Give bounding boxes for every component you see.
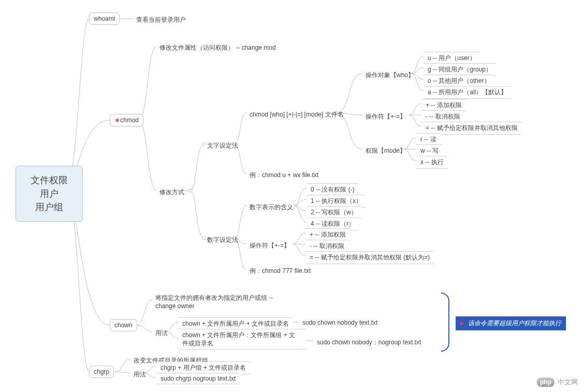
chown-usage2-right: sudo chown nobody：nogroup text.txt (314, 337, 424, 348)
chown-desc: 将指定文件的拥有者改为指定的用户或组 -- change owner (152, 293, 293, 311)
watermark-icon: php (537, 378, 554, 387)
text-syntax: chmod [who] [+|-|=] [mode] 文件名 (246, 109, 347, 120)
whoami-node: whoami (89, 12, 120, 25)
num-example: 例：chmod 777 file.txt (246, 266, 314, 277)
whoami-label: whoami (94, 15, 115, 22)
text-method-label: 文字设定法 (204, 140, 241, 151)
whoami-desc: 查看当前登录用户 (133, 14, 189, 25)
root-title-line1: 文件权限 (24, 173, 74, 187)
chmod-desc: 修改文件属性（访问权限） -- change mod (156, 42, 279, 53)
who-label: 操作对象【who】 (362, 70, 417, 81)
chown-usage2-left: chown + 文件所属用户：文件所属组 + 文件或目录名 (178, 329, 305, 350)
op-text-label: 操作符【+-=】 (362, 111, 409, 122)
text-example: 例：chmod u + wx file.txt (246, 170, 322, 181)
chgrp-usage-label: 用法 (130, 369, 149, 380)
chmod-node: ★chmod (110, 114, 143, 126)
mode-label: 权限【mode】 (362, 146, 409, 156)
num-op-eq: = -- 赋予给定权限并取消其他权限 (默认为=) (305, 251, 434, 264)
mindmap-stage: { "root": { "title_l1": "文件权限", "title_l… (0, 0, 584, 392)
chmod-label: chmod (120, 117, 139, 124)
chgrp-label: chgrp (94, 368, 109, 375)
svg-point-4 (189, 189, 192, 192)
root-node: 文件权限 用户 用户组 (16, 166, 83, 222)
chown-note-callout: 该命令需要超级用户权限才能执行 (456, 316, 566, 330)
chown-node: chown (110, 319, 137, 331)
num-method-label: 数字设定法 (204, 235, 241, 245)
num-digits-label: 数字表示的含义 (246, 202, 296, 213)
chgrp-node: chgrp (89, 366, 114, 378)
chown-usage-label: 用法 (152, 328, 171, 339)
chown-note-text: 该命令需要超级用户权限才能执行 (468, 320, 561, 327)
mode-item-x: x -- 执行 (416, 156, 448, 169)
num-op-label: 操作符【+-=】 (246, 240, 293, 251)
chown-label: chown (114, 322, 133, 329)
root-title-line3: 用户组 (24, 200, 74, 214)
chown-usage1-right: sudo chown nobody text.txt (299, 318, 381, 327)
who-item-a: a -- 所用用户（all）【默认】 (424, 86, 511, 99)
root-title-line2: 用户 (24, 187, 74, 200)
chmod-modify-label: 修改方式 (156, 187, 187, 198)
star-icon: ★ (114, 117, 120, 124)
chgrp-usage2: sudo chgrp nogroup text.txt (156, 373, 240, 384)
watermark-text: 中文网 (558, 378, 578, 387)
watermark: php 中文网 (537, 378, 578, 387)
chown-summary-brace (441, 293, 449, 352)
